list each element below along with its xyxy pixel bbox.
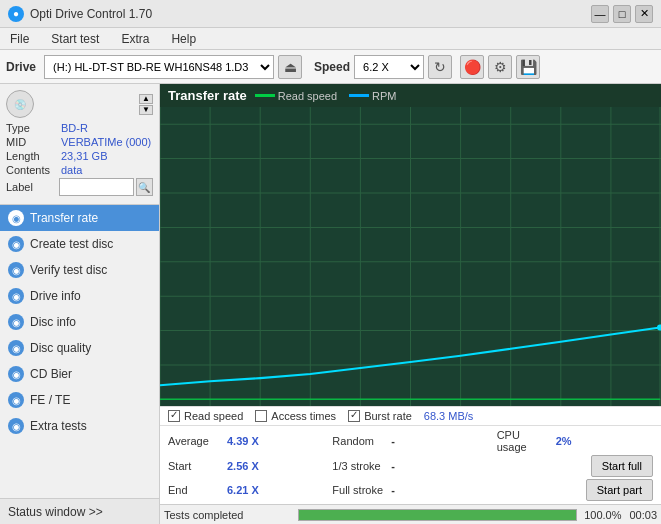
stroke-1-3-label: 1/3 stroke [332, 460, 387, 472]
disc-mid-field: MID VERBATIMe (000) [6, 136, 153, 148]
drive-info-icon: ◉ [8, 288, 24, 304]
read-speed-legend-label: Read speed [278, 90, 337, 102]
read-speed-checkbox-item[interactable]: Read speed [168, 410, 243, 422]
full-stroke-label: Full stroke [332, 484, 387, 496]
burst-rate-cb-label: Burst rate [364, 410, 412, 422]
sidebar-item-create-test-disc[interactable]: ◉ Create test disc [0, 231, 159, 257]
sidebar-item-fe-te[interactable]: ◉ FE / TE [0, 387, 159, 413]
verify-test-disc-label: Verify test disc [30, 263, 107, 277]
menu-extra[interactable]: Extra [115, 30, 155, 48]
end-stat-row: End 6.21 X [168, 479, 324, 501]
access-times-checkbox-item[interactable]: Access times [255, 410, 336, 422]
sidebar-item-verify-test-disc[interactable]: ◉ Verify test disc [0, 257, 159, 283]
legend-rpm: RPM [349, 90, 396, 102]
refresh-speed-button[interactable]: ↻ [428, 55, 452, 79]
stroke-1-3-stat-row: 1/3 stroke - [332, 455, 488, 477]
disc-length-field: Length 23,31 GB [6, 150, 153, 162]
access-times-checkbox[interactable] [255, 410, 267, 422]
burst-rate-checkbox-item[interactable]: Burst rate [348, 410, 412, 422]
cpu-usage-label: CPU usage [497, 429, 552, 453]
drive-label: Drive [6, 60, 36, 74]
read-speed-color [255, 94, 275, 97]
sidebar-item-disc-info[interactable]: ◉ Disc info [0, 309, 159, 335]
read-speed-checkbox[interactable] [168, 410, 180, 422]
transfer-rate-icon: ◉ [8, 210, 24, 226]
chart-title: Transfer rate [168, 88, 247, 103]
cd-bier-label: CD Bier [30, 367, 72, 381]
speed-select[interactable]: 6.2 X [354, 55, 424, 79]
toolbar-btn-2[interactable]: ⚙ [488, 55, 512, 79]
full-stroke-value: - [391, 484, 395, 496]
start-part-row: Start part [497, 479, 653, 501]
sidebar-item-extra-tests[interactable]: ◉ Extra tests [0, 413, 159, 439]
minimize-button[interactable]: — [591, 5, 609, 23]
start-label: Start [168, 460, 223, 472]
disc-label-field: Label 🔍 [6, 178, 153, 196]
fe-te-label: FE / TE [30, 393, 70, 407]
drive-select[interactable]: (H:) HL-DT-ST BD-RE WH16NS48 1.D3 [44, 55, 274, 79]
nav-items: ◉ Transfer rate ◉ Create test disc ◉ Ver… [0, 205, 159, 498]
disc-type-field: Type BD-R [6, 122, 153, 134]
disc-icon: 💿 [6, 90, 34, 118]
stroke-1-3-value: - [391, 460, 395, 472]
rpm-color [349, 94, 369, 97]
fe-te-icon: ◉ [8, 392, 24, 408]
app-title: Opti Drive Control 1.70 [30, 7, 152, 21]
save-button[interactable]: 💾 [516, 55, 540, 79]
random-value: - [391, 435, 395, 447]
rpm-legend-label: RPM [372, 90, 396, 102]
average-stat-row: Average 4.39 X [168, 429, 324, 453]
disc-type-label: Type [6, 122, 61, 134]
burst-rate-checkbox[interactable] [348, 410, 360, 422]
disc-contents-label: Contents [6, 164, 61, 176]
cpu-usage-stat-row: CPU usage 2% [497, 429, 653, 453]
cpu-usage-value: 2% [556, 435, 572, 447]
disc-quality-icon: ◉ [8, 340, 24, 356]
disc-mid-label: MID [6, 136, 61, 148]
verify-test-disc-icon: ◉ [8, 262, 24, 278]
transfer-rate-label: Transfer rate [30, 211, 98, 225]
menu-start-test[interactable]: Start test [45, 30, 105, 48]
start-full-button[interactable]: Start full [591, 455, 653, 477]
sidebar-item-drive-info[interactable]: ◉ Drive info [0, 283, 159, 309]
disc-info-label: Disc info [30, 315, 76, 329]
extra-tests-icon: ◉ [8, 418, 24, 434]
close-button[interactable]: ✕ [635, 5, 653, 23]
disc-prev-button[interactable]: ▲ [139, 94, 153, 104]
disc-contents-value: data [61, 164, 82, 176]
disc-info-icon: ◉ [8, 314, 24, 330]
random-label: Random [332, 435, 387, 447]
menu-file[interactable]: File [4, 30, 35, 48]
end-label: End [168, 484, 223, 496]
speed-label: Speed [314, 60, 350, 74]
maximize-button[interactable]: □ [613, 5, 631, 23]
extra-tests-label: Extra tests [30, 419, 87, 433]
chart-legend: Read speed RPM [255, 90, 397, 102]
chart-checkboxes-bar: Read speed Access times Burst rate 68.3 … [160, 406, 661, 425]
toolbar-btn-1[interactable]: 🔴 [460, 55, 484, 79]
status-bar: Tests completed 100.0% 00:03 [160, 504, 661, 524]
window-controls[interactable]: — □ ✕ [591, 5, 653, 23]
average-label: Average [168, 435, 223, 447]
start-stat-row: Start 2.56 X [168, 455, 324, 477]
disc-quality-label: Disc quality [30, 341, 91, 355]
disc-label-input[interactable] [59, 178, 134, 196]
disc-info-header: 💿 ▲ ▼ [6, 90, 153, 118]
start-part-button[interactable]: Start part [586, 479, 653, 501]
disc-nav-buttons[interactable]: ▲ ▼ [139, 94, 153, 115]
eject-button[interactable]: ⏏ [278, 55, 302, 79]
main-content: Transfer rate Read speed RPM [160, 84, 661, 524]
label-search-button[interactable]: 🔍 [136, 178, 153, 196]
create-test-disc-icon: ◉ [8, 236, 24, 252]
menu-bar: File Start test Extra Help [0, 28, 661, 50]
menu-help[interactable]: Help [165, 30, 202, 48]
disc-type-value: BD-R [61, 122, 88, 134]
disc-next-button[interactable]: ▼ [139, 105, 153, 115]
sidebar-item-transfer-rate[interactable]: ◉ Transfer rate [0, 205, 159, 231]
stats-table: Average 4.39 X Random - CPU usage 2% Sta… [160, 425, 661, 504]
average-value: 4.39 X [227, 435, 259, 447]
sidebar-item-disc-quality[interactable]: ◉ Disc quality [0, 335, 159, 361]
disc-length-value: 23,31 GB [61, 150, 107, 162]
status-window-button[interactable]: Status window >> [0, 498, 159, 524]
sidebar-item-cd-bier[interactable]: ◉ CD Bier [0, 361, 159, 387]
